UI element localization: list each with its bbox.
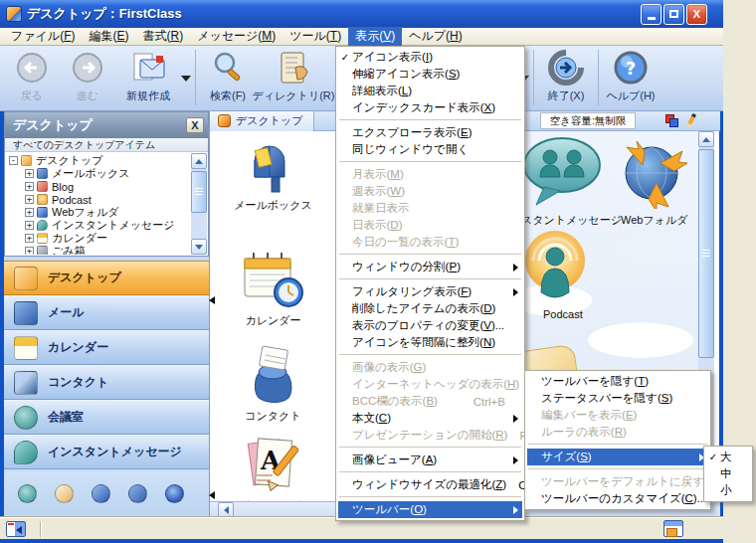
web-folder-icon[interactable] [613, 137, 690, 209]
menubar-item[interactable]: 編集(E) [82, 27, 135, 47]
scroll-down-button[interactable] [191, 239, 207, 255]
calendar-item[interactable]: カレンダー [210, 249, 336, 328]
tree-item[interactable]: +メールボックス [6, 167, 191, 180]
menubar-item[interactable]: ツール(T) [283, 27, 348, 47]
sidebar-button[interactable]: 会議室 [4, 400, 209, 435]
search-button[interactable]: 検索(F) [200, 48, 256, 109]
menu-item[interactable]: プレゼンテーションの開始(R)F5 [338, 427, 522, 444]
menu-item[interactable]: インデックスカード表示(X) [338, 99, 522, 116]
menu-item[interactable]: アイコンを等間隔に整列(N) [338, 334, 522, 351]
tree-scrollbar[interactable] [191, 153, 207, 255]
menu-item[interactable]: 就業日表示 [338, 200, 522, 217]
podcast-icon[interactable] [521, 229, 593, 306]
tree-item[interactable]: +ごみ箱 [6, 245, 191, 255]
tree-item[interactable]: +カレンダー [6, 232, 191, 245]
scroll-thumb[interactable] [698, 149, 714, 358]
conference-icon[interactable] [18, 484, 37, 503]
menu-item[interactable]: 表示のプロパティの変更(V)... [338, 317, 522, 334]
menu-item[interactable]: サイズ(S) [527, 449, 708, 465]
webfolder-icon[interactable] [92, 484, 110, 503]
help-button[interactable]: ? ヘルプ(H) [603, 48, 659, 109]
menu-item[interactable]: 同じウィンドウで開く [338, 141, 522, 158]
menu-item[interactable]: ウィンドウの分割(P) [338, 259, 522, 275]
menubar-item[interactable]: ヘルプ(H) [402, 27, 470, 47]
window-list-icon[interactable] [663, 520, 683, 537]
sidebar-button[interactable]: デスクトップ [4, 261, 209, 295]
menu-separator [339, 471, 521, 472]
tree-expander[interactable]: + [25, 169, 34, 178]
sidebar-button[interactable]: カレンダー [4, 330, 209, 365]
menu-item[interactable]: インターネットヘッダの表示(H) [338, 376, 522, 393]
sidebar-button[interactable]: コンタクト [4, 365, 209, 400]
menu-item[interactable]: 今日の一覧の表示(T) [338, 234, 522, 251]
menubar-item[interactable]: メッセージ(M) [190, 27, 283, 47]
panel-close-button[interactable]: X [186, 117, 204, 133]
menu-item[interactable]: ツールバーをデフォルトに戻す(T) [527, 473, 708, 490]
menubar-item[interactable]: 書式(R) [135, 27, 190, 47]
pane-collapse-arrow[interactable] [209, 491, 215, 499]
menu-item[interactable]: 編集バーを表示(E) [527, 407, 708, 424]
menu-item[interactable]: ツールバー(O) [338, 501, 522, 518]
menu-item[interactable]: 本文(C) [338, 410, 522, 427]
menu-item[interactable]: 詳細表示(L) [338, 83, 522, 99]
menu-item[interactable]: 画像の表示(G) [338, 359, 522, 376]
menu-item[interactable]: ✓大 [706, 449, 750, 465]
menubar-item[interactable]: 表示(V) [348, 27, 402, 47]
tree-expander[interactable]: + [25, 221, 34, 230]
menu-item[interactable]: ルーラの表示(R) [527, 424, 708, 441]
menu-item[interactable]: 伸縮アイコン表示(S) [338, 66, 522, 83]
create-new-button[interactable]: 新規作成 [115, 48, 181, 109]
menu-item[interactable]: 画像ビューア(A) [338, 452, 522, 468]
tree-expander[interactable]: + [25, 195, 34, 204]
sidebar-button[interactable]: インスタントメッセージ [4, 435, 209, 469]
menu-item[interactable]: 小 [706, 482, 750, 499]
browser-icon[interactable] [165, 484, 184, 503]
tree-expander[interactable]: + [25, 234, 34, 243]
view-mode-icon[interactable] [665, 114, 679, 128]
toggle-panel-icon[interactable] [6, 521, 26, 537]
scroll-thumb[interactable] [191, 171, 207, 213]
tree-expander[interactable]: + [25, 182, 34, 191]
document-icon[interactable] [55, 484, 74, 503]
menu-item[interactable]: 月表示(M) [338, 166, 522, 183]
pane-collapse-arrow[interactable] [209, 296, 215, 304]
tree-expander[interactable]: - [9, 156, 18, 165]
directory-button[interactable]: ディレクトリ(R) [256, 48, 331, 109]
submenu-arrow-icon [513, 415, 518, 423]
tab-desktop[interactable]: デスクトップ [210, 111, 314, 131]
documents-item[interactable]: A ドキュメント [210, 432, 336, 501]
menu-item[interactable]: 中 [706, 465, 750, 482]
close-button[interactable]: X [686, 4, 707, 25]
menu-item[interactable]: エクスプローラ表示(E) [338, 124, 522, 141]
menu-item[interactable]: ウィンドウサイズの最適化(Z)Ctrl+^ [338, 476, 522, 493]
mail-icon[interactable] [128, 484, 147, 503]
tree-item[interactable]: +Blog [6, 180, 191, 193]
desktop-icon [21, 155, 32, 166]
menu-item[interactable]: 週表示(W) [338, 183, 522, 200]
scroll-left-button[interactable] [218, 502, 234, 518]
menu-item[interactable]: ツールバーを隠す(T) [527, 373, 708, 390]
menu-item[interactable]: ステータスバーを隠す(S) [527, 390, 708, 407]
mailbox-item[interactable]: メールボックス [210, 139, 336, 213]
tree-expander[interactable]: + [25, 208, 34, 217]
create-new-dropdown-arrow[interactable] [181, 76, 191, 82]
edit-pencil-icon[interactable] [686, 113, 696, 127]
tree-expander[interactable]: + [25, 247, 34, 255]
menu-item[interactable]: 日表示(D) [338, 217, 522, 234]
menu-item[interactable]: BCC欄の表示(B)Ctrl+B [338, 393, 522, 410]
menu-item[interactable]: フィルタリング表示(F) [338, 283, 522, 300]
instant-messaging-icon[interactable] [521, 133, 608, 213]
minimize-button[interactable] [641, 4, 662, 25]
back-button[interactable]: 戻る [4, 48, 60, 109]
maximize-button[interactable] [663, 4, 684, 25]
menu-item[interactable]: ✓アイコン表示(I) [338, 49, 522, 66]
forward-button[interactable]: 進む [60, 48, 115, 109]
menu-item[interactable]: ツールバーのカスタマイズ(C)... [527, 490, 708, 507]
sidebar-button[interactable]: メール [4, 295, 209, 330]
scroll-up-button[interactable] [698, 131, 714, 147]
scroll-up-button[interactable] [191, 153, 207, 169]
menubar-item[interactable]: ファイル(F) [4, 27, 82, 47]
exit-button[interactable]: 終了(X) [538, 48, 594, 109]
contacts-item[interactable]: コンタクト [210, 342, 336, 424]
menu-item[interactable]: 削除したアイテムの表示(D) [338, 300, 522, 317]
